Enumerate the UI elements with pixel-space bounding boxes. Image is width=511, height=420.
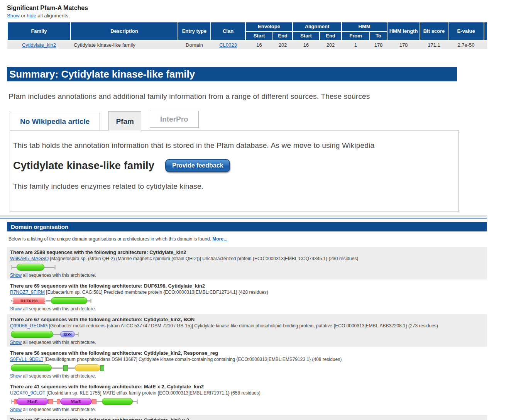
backbone-tick bbox=[90, 299, 91, 303]
backbone-line bbox=[12, 267, 17, 268]
col-hmm-to: To bbox=[370, 32, 387, 40]
or-text: or bbox=[21, 13, 25, 19]
show-architecture-suffix: all sequences with this architecture. bbox=[22, 306, 96, 312]
sequence-description: [Eubacterium sp. CAG:581] Predicted memb… bbox=[45, 290, 268, 295]
col-group-envelope: Envelope bbox=[245, 22, 293, 32]
architecture-list: There are 2598 sequences with the follow… bbox=[0, 247, 511, 420]
sequence-accession-link[interactable]: U2CXF0_9CLOT bbox=[10, 390, 45, 396]
domain-pill-yellow[interactable] bbox=[75, 364, 100, 371]
cell-e-value: 2.7e-50 bbox=[448, 40, 484, 49]
alignments-toggle-line: Show or hide all alignments. bbox=[7, 13, 511, 19]
motif-box[interactable] bbox=[14, 399, 17, 404]
more-link[interactable]: More... bbox=[212, 236, 227, 242]
sequence-accession-link[interactable]: R7NGZ7_9FIRM bbox=[10, 290, 45, 295]
col-hmm-from: From bbox=[342, 32, 370, 40]
domain-pill-green[interactable] bbox=[11, 364, 52, 371]
backbone-line bbox=[44, 267, 54, 268]
show-architecture-link[interactable]: Show bbox=[10, 306, 22, 312]
family-description-text: This family includes enzymes related to … bbox=[13, 182, 459, 191]
show-architecture-line: Show all sequences with this architectur… bbox=[10, 373, 483, 379]
pfam-matches-table: Family Description Entry type Clan Envel… bbox=[7, 22, 487, 49]
tab-no-wikipedia-article[interactable]: No Wikipedia article bbox=[10, 113, 100, 130]
domain-organisation-intro-text: Below is a listing of the unique domain … bbox=[8, 236, 211, 242]
motif-box[interactable] bbox=[48, 399, 53, 404]
show-architecture-link[interactable]: Show bbox=[10, 407, 22, 412]
cell-env-start: 16 bbox=[245, 40, 273, 49]
col-alignment-start: Start bbox=[293, 32, 320, 40]
show-alignments-link[interactable]: Show bbox=[7, 13, 20, 19]
sequence-description-line: W6KAB5_MAGSQ [Magnetospira sp. (strain Q… bbox=[10, 256, 483, 262]
sequence-description: [Geobacter metallireducens (strain ATCC … bbox=[47, 323, 438, 329]
sequence-accession-link[interactable]: S0FVL1_9DELT bbox=[10, 357, 43, 362]
cell-description: Cytidylate kinase-like family bbox=[71, 40, 178, 49]
backbone-line bbox=[75, 334, 78, 335]
tab-pfam[interactable]: Pfam bbox=[108, 111, 141, 130]
architecture-block: There are 41 sequences with the followin… bbox=[7, 381, 487, 414]
show-architecture-suffix: all sequences with this architecture. bbox=[22, 340, 96, 345]
cell-entry-type: Domain bbox=[178, 40, 211, 49]
architecture-block: There are 67 sequences with the followin… bbox=[7, 314, 487, 347]
cell-clipped bbox=[484, 40, 487, 49]
section-divider-blue bbox=[0, 218, 487, 218]
family-title: Cytidylate kinase-like family bbox=[13, 160, 154, 172]
domain-graphic: BON bbox=[11, 330, 483, 339]
motif-box[interactable] bbox=[100, 365, 104, 371]
domain-pill-DUF6198[interactable]: DUF6198 bbox=[12, 297, 46, 304]
cell-clan: CL0023 bbox=[211, 40, 245, 49]
domain-pill-green[interactable] bbox=[51, 297, 87, 304]
domain-pill-MatE[interactable]: MatE bbox=[17, 398, 48, 405]
sequence-description-line: Q39U66_GEOMG [Geobacter metallireducens … bbox=[10, 323, 483, 329]
domain-graphic: MatEMatE bbox=[11, 397, 483, 406]
family-link[interactable]: Cytidylate_kin2 bbox=[22, 42, 56, 48]
domain-pill-green[interactable] bbox=[11, 331, 53, 338]
domain-pill-green[interactable] bbox=[17, 264, 44, 271]
cell-hmm-to: 178 bbox=[370, 40, 387, 49]
col-hmm-length: HMM length bbox=[387, 22, 420, 40]
clan-link[interactable]: CL0023 bbox=[219, 42, 237, 48]
show-architecture-link[interactable]: Show bbox=[10, 373, 22, 379]
sequence-description: [Desulfotignum phosphitoxidans DSM 13687… bbox=[43, 357, 342, 362]
sequence-description-line: U2CXF0_9CLOT [Clostridium sp. KLE 1755] … bbox=[10, 390, 483, 396]
domain-organisation-intro: Below is a listing of the unique domain … bbox=[8, 236, 511, 242]
architecture-block: There are 56 sequences with the followin… bbox=[7, 348, 487, 380]
pfam-matches-title: Significant Pfam-A Matches bbox=[7, 5, 511, 12]
architecture-block: There are 2598 sequences with the follow… bbox=[7, 247, 487, 279]
sequence-description: [Magnetospira sp. (strain QH-2) (Marine … bbox=[49, 256, 358, 261]
tab-interpro[interactable]: InterPro bbox=[150, 111, 199, 128]
annotation-tabs: No Wikipedia article Pfam InterPro bbox=[10, 111, 511, 130]
col-description: Description bbox=[71, 22, 178, 40]
col-clan: Clan bbox=[211, 22, 245, 40]
show-architecture-link[interactable]: Show bbox=[10, 273, 22, 278]
motif-box[interactable] bbox=[92, 399, 96, 404]
domain-pill-green[interactable] bbox=[102, 398, 133, 405]
sequence-accession-link[interactable]: Q39U66_GEOMG bbox=[10, 323, 47, 329]
architecture-count-heading: There are 41 sequences with the followin… bbox=[10, 383, 483, 390]
backbone-line bbox=[46, 300, 51, 301]
backbone-line bbox=[53, 401, 57, 402]
cell-family: Cytidylate_kin2 bbox=[7, 40, 71, 49]
backbone-line bbox=[11, 300, 12, 301]
col-clipped bbox=[484, 22, 487, 40]
cell-aln-end: 202 bbox=[320, 40, 342, 49]
backbone-line bbox=[133, 401, 137, 402]
domain-pill-BON[interactable]: BON bbox=[60, 331, 75, 337]
show-architecture-line: Show all sequences with this architectur… bbox=[10, 272, 483, 278]
show-architecture-suffix: all sequences with this architecture. bbox=[22, 407, 96, 412]
backbone-line bbox=[68, 368, 75, 369]
cell-aln-start: 16 bbox=[293, 40, 320, 49]
table-row: Cytidylate_kin2 Cytidylate kinase-like f… bbox=[7, 40, 487, 49]
architecture-count-heading: There are 35 sequences with the followin… bbox=[10, 417, 483, 420]
architecture-count-heading: There are 67 sequences with the followin… bbox=[10, 316, 483, 323]
motif-box[interactable] bbox=[63, 365, 68, 371]
show-architecture-link[interactable]: Show bbox=[10, 340, 22, 345]
domain-pill-MatE[interactable]: MatE bbox=[60, 398, 92, 405]
provide-feedback-button[interactable]: Provide feedback bbox=[165, 159, 230, 172]
sequence-accession-link[interactable]: W6KAB5_MAGSQ bbox=[10, 256, 49, 261]
architecture-count-heading: There are 2598 sequences with the follow… bbox=[10, 249, 483, 256]
backbone-tick bbox=[54, 265, 56, 269]
motif-box[interactable] bbox=[57, 399, 60, 404]
hide-alignments-link[interactable]: hide bbox=[27, 13, 36, 19]
domain-graphic bbox=[11, 263, 483, 271]
col-group-alignment: Alignment bbox=[293, 22, 342, 32]
backbone-line bbox=[53, 334, 60, 335]
